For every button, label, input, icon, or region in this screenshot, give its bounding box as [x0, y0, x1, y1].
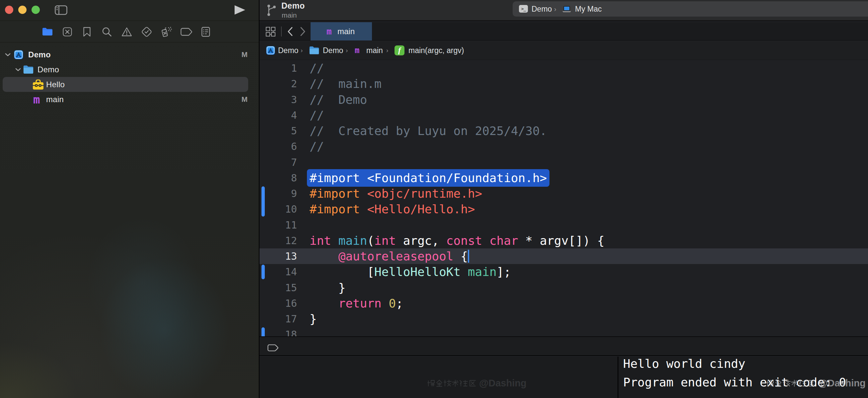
- find-navigator-icon[interactable]: [102, 27, 112, 36]
- jumpbar-item[interactable]: main: [366, 46, 383, 55]
- forward-button[interactable]: [300, 27, 306, 36]
- tab-bar: m main: [259, 22, 868, 40]
- change-bar: [261, 265, 265, 279]
- debug-split-divider[interactable]: [618, 357, 618, 398]
- toolbox-icon: [32, 79, 44, 90]
- report-navigator-icon[interactable]: [202, 27, 210, 37]
- toolbar: Demo main >_ Demo › My Mac: [259, 0, 868, 21]
- sidebar-titlebar: [0, 0, 259, 21]
- change-bar: [261, 187, 265, 217]
- run-destination-label[interactable]: My Mac: [575, 5, 602, 13]
- breakpoints-toggle-icon[interactable]: [268, 344, 279, 352]
- run-button[interactable]: [234, 5, 246, 15]
- issue-navigator-icon[interactable]: [121, 27, 132, 36]
- debug-area: Hello world cindyProgram ended with exit…: [259, 357, 868, 398]
- minimize-button[interactable]: [18, 6, 27, 14]
- code-text[interactable]: //// main.m// Demo//// Created by Luyu o…: [310, 60, 604, 336]
- zoom-button[interactable]: [32, 6, 40, 14]
- jump-bar: Demo › Demo › m main › f main(argc, argv…: [259, 41, 868, 60]
- jumpbar-item[interactable]: Demo: [278, 46, 298, 55]
- jumpbar-item[interactable]: Demo: [323, 46, 343, 55]
- source-editor[interactable]: 123456789101112131415161718 //// main.m/…: [259, 60, 868, 336]
- tree-row-hello[interactable]: Hello: [0, 77, 259, 92]
- tab-main[interactable]: m main: [311, 22, 372, 40]
- app-project-icon: [266, 46, 275, 55]
- modified-badge: M: [242, 51, 248, 59]
- chevron-right-icon: ›: [301, 47, 303, 54]
- jumpbar-item[interactable]: main(argc, argv): [408, 46, 464, 55]
- chevron-right-icon: ›: [386, 47, 388, 54]
- app-project-icon: [14, 50, 23, 59]
- tree-item-label[interactable]: main: [46, 95, 64, 104]
- close-button[interactable]: [5, 6, 13, 14]
- chevron-down-icon[interactable]: [5, 53, 11, 56]
- toggle-sidebar-icon[interactable]: [55, 5, 67, 15]
- tree-row-demo-folder[interactable]: Demo: [0, 62, 259, 77]
- back-button[interactable]: [287, 27, 293, 36]
- watermark: @Dashing: [767, 378, 866, 389]
- modified-badge: M: [242, 95, 248, 104]
- m-file-icon: m: [327, 27, 332, 36]
- traffic-lights: [5, 6, 40, 14]
- folder-icon: [23, 65, 33, 74]
- navigator-bar: [0, 21, 259, 42]
- watermark-cjk-glyphs: [427, 379, 476, 388]
- editor-options-grid-icon[interactable]: [266, 27, 276, 36]
- window-title: Demo: [281, 1, 305, 11]
- tree-item-label[interactable]: Demo: [37, 65, 59, 74]
- debug-bar: [259, 336, 868, 356]
- watermark-cjk-glyphs: [767, 379, 815, 388]
- project-navigator-folder-icon[interactable]: [42, 27, 53, 36]
- text-cursor: [468, 250, 469, 263]
- console-line: Hello world cindy: [623, 355, 846, 373]
- breakpoint-navigator-icon[interactable]: [181, 28, 192, 36]
- navigator-sidebar: Demo M Demo: [0, 0, 259, 398]
- tree-row-demo-project[interactable]: Demo M: [0, 47, 259, 62]
- window-subtitle-branch: main: [282, 11, 297, 19]
- test-navigator-icon[interactable]: [141, 26, 152, 37]
- tree-row-main[interactable]: m main M: [0, 92, 259, 107]
- m-file-icon: m: [355, 46, 359, 55]
- chevron-down-icon[interactable]: [15, 68, 21, 71]
- scheme-selector[interactable]: >_ Demo › My Mac: [513, 1, 868, 16]
- crash-navigator-icon[interactable]: [63, 27, 72, 36]
- watermark: @Dashing: [427, 378, 527, 389]
- run-destination-icon: [562, 6, 572, 12]
- m-file-icon: m: [33, 93, 40, 106]
- git-branch-icon: [266, 4, 277, 17]
- debug-navigator-spray-icon[interactable]: [161, 26, 172, 37]
- bookmark-navigator-icon[interactable]: [83, 27, 91, 37]
- chevron-right-icon: ›: [346, 47, 348, 54]
- tabbar-separator: [281, 27, 282, 36]
- function-icon: f: [395, 45, 404, 55]
- line-number-gutter: 123456789101112131415161718: [259, 60, 297, 336]
- scheme-target-icon: >_: [519, 5, 528, 12]
- editor-pane: Demo main >_ Demo › My Mac: [259, 0, 868, 398]
- tree-item-label[interactable]: Hello: [46, 80, 65, 89]
- scheme-target-label[interactable]: Demo: [532, 5, 552, 13]
- chevron-right-icon: ›: [554, 5, 556, 13]
- tab-label: main: [337, 27, 355, 36]
- project-tree: Demo M Demo: [0, 43, 259, 122]
- watermark-suffix: @Dashing: [479, 378, 527, 389]
- change-bar: [261, 327, 265, 336]
- watermark-suffix: @Dashing: [818, 378, 866, 389]
- folder-icon: [309, 46, 319, 55]
- tree-item-label[interactable]: Demo: [28, 50, 51, 59]
